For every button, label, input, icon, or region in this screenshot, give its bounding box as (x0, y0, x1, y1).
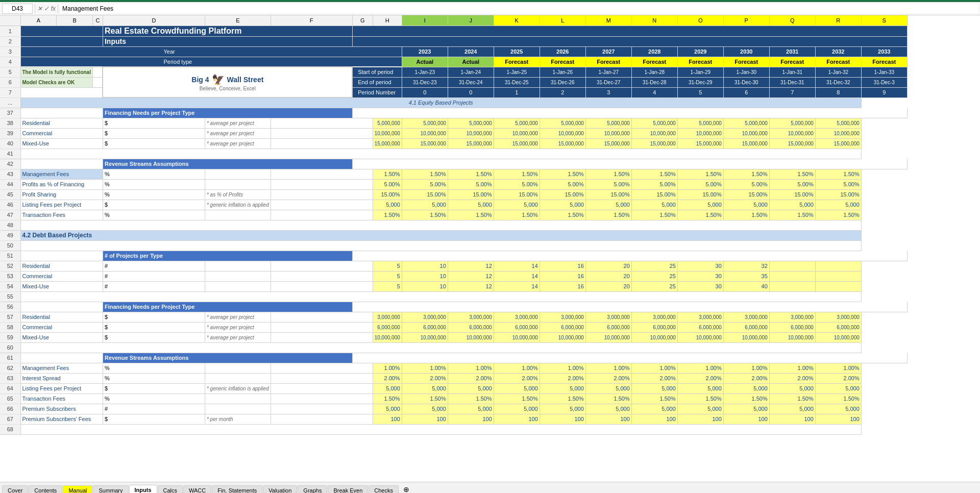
r44-v3[interactable]: 5.00% (448, 179, 494, 189)
r66-v11[interactable]: 5,000 (815, 404, 861, 414)
r67-v10[interactable]: 100 (769, 414, 815, 424)
r44-v2[interactable]: 5.00% (402, 179, 448, 189)
r40-v4[interactable]: 15,000,000 (494, 138, 540, 149)
r62-v1[interactable]: 1.00% (373, 363, 402, 373)
r52-v7[interactable]: 25 (631, 261, 677, 271)
r65-v5[interactable]: 1.50% (540, 393, 585, 404)
r58-v1[interactable]: 6,000,000 (373, 322, 402, 332)
r53-v8[interactable]: 30 (677, 271, 723, 281)
r39-v5[interactable]: 10,000,000 (540, 128, 585, 138)
r65-v6[interactable]: 1.50% (585, 393, 631, 404)
r47-v11[interactable]: 1.50% (815, 210, 861, 220)
r47-v3[interactable]: 1.50% (448, 210, 494, 220)
r66-v9[interactable]: 5,000 (723, 404, 769, 414)
r62-v10[interactable]: 1.00% (769, 363, 815, 373)
r62-v5[interactable]: 1.00% (540, 363, 585, 373)
tab-fin-statements[interactable]: Fin. Statements (212, 485, 262, 493)
r47-v10[interactable]: 1.50% (769, 210, 815, 220)
r40-v6[interactable]: 15,000,000 (585, 138, 631, 149)
r44-v4[interactable]: 5.00% (494, 179, 540, 189)
r44-v7[interactable]: 5.00% (631, 179, 677, 189)
r58-v8[interactable]: 6,000,000 (677, 322, 723, 332)
r53-v6[interactable]: 20 (585, 271, 631, 281)
r40-v11[interactable]: 15,000,000 (815, 138, 861, 149)
r45-v10[interactable]: 15.00% (769, 189, 815, 200)
r66-v1[interactable]: 5,000 (373, 404, 402, 414)
r38-v6[interactable]: 5,000,000 (585, 118, 631, 128)
r57-v8[interactable]: 3,000,000 (677, 312, 723, 322)
r58-v2[interactable]: 6,000,000 (402, 322, 448, 332)
r63-v11[interactable]: 2.00% (815, 373, 861, 383)
r67-v5[interactable]: 100 (540, 414, 585, 424)
r52-v10[interactable] (769, 261, 815, 271)
tab-cover[interactable]: Cover (2, 485, 28, 493)
r39-v11[interactable]: 10,000,000 (815, 128, 861, 138)
tab-calcs[interactable]: Calcs (158, 485, 183, 493)
r52-v4[interactable]: 14 (494, 261, 540, 271)
r65-v10[interactable]: 1.50% (769, 393, 815, 404)
r52-v1[interactable]: 5 (373, 261, 402, 271)
r43-v9[interactable]: 1.50% (723, 169, 769, 179)
r44-v6[interactable]: 5.00% (585, 179, 631, 189)
r43-v8[interactable]: 1.50% (677, 169, 723, 179)
r38-v7[interactable]: 5,000,000 (631, 118, 677, 128)
r39-v9[interactable]: 10,000,000 (723, 128, 769, 138)
r58-v6[interactable]: 6,000,000 (585, 322, 631, 332)
r64-v9[interactable]: 5,000 (723, 383, 769, 393)
r67-v11[interactable]: 100 (815, 414, 861, 424)
r38-v11[interactable]: 5,000,000 (815, 118, 861, 128)
r53-v4[interactable]: 14 (494, 271, 540, 281)
r46-v11[interactable]: 5,000 (815, 200, 861, 210)
r52-v3[interactable]: 12 (448, 261, 494, 271)
r53-v9[interactable]: 35 (723, 271, 769, 281)
r46-v5[interactable]: 5,000 (540, 200, 585, 210)
r57-v4[interactable]: 3,000,000 (494, 312, 540, 322)
r63-v9[interactable]: 2.00% (723, 373, 769, 383)
r43-v4[interactable]: 1.50% (494, 169, 540, 179)
r62-v8[interactable]: 1.00% (677, 363, 723, 373)
r40-v5[interactable]: 15,000,000 (540, 138, 585, 149)
r62-v2[interactable]: 1.00% (402, 363, 448, 373)
r66-v8[interactable]: 5,000 (677, 404, 723, 414)
r59-v2[interactable]: 10,000,000 (402, 332, 448, 342)
r58-v5[interactable]: 6,000,000 (540, 322, 585, 332)
r53-v10[interactable] (769, 271, 815, 281)
r47-v8[interactable]: 1.50% (677, 210, 723, 220)
r39-v1[interactable]: 10,000,000 (373, 128, 402, 138)
r57-v10[interactable]: 3,000,000 (769, 312, 815, 322)
r52-v5[interactable]: 16 (540, 261, 585, 271)
r40-v3[interactable]: 15,000,000 (448, 138, 494, 149)
r54-v6[interactable]: 20 (585, 281, 631, 291)
r64-v2[interactable]: 5,000 (402, 383, 448, 393)
r38-v5[interactable]: 5,000,000 (540, 118, 585, 128)
r57-v5[interactable]: 3,000,000 (540, 312, 585, 322)
r64-v10[interactable]: 5,000 (769, 383, 815, 393)
r59-v9[interactable]: 10,000,000 (723, 332, 769, 342)
r64-v7[interactable]: 5,000 (631, 383, 677, 393)
r57-v2[interactable]: 3,000,000 (402, 312, 448, 322)
r64-v3[interactable]: 5,000 (448, 383, 494, 393)
r59-v11[interactable]: 10,000,000 (815, 332, 861, 342)
r59-v6[interactable]: 10,000,000 (585, 332, 631, 342)
r46-v1[interactable]: 5,000 (373, 200, 402, 210)
r40-v7[interactable]: 15,000,000 (631, 138, 677, 149)
r67-v8[interactable]: 100 (677, 414, 723, 424)
r38-v3[interactable]: 5,000,000 (448, 118, 494, 128)
r45-v4[interactable]: 15.00% (494, 189, 540, 200)
r65-v2[interactable]: 1.50% (402, 393, 448, 404)
r46-v2[interactable]: 5,000 (402, 200, 448, 210)
r53-v2[interactable]: 10 (402, 271, 448, 281)
r66-v5[interactable]: 5,000 (540, 404, 585, 414)
r63-v6[interactable]: 2.00% (585, 373, 631, 383)
r62-v4[interactable]: 1.00% (494, 363, 540, 373)
r53-v11[interactable] (815, 271, 861, 281)
r67-v7[interactable]: 100 (631, 414, 677, 424)
tab-inputs[interactable]: Inputs (129, 485, 157, 493)
r66-v7[interactable]: 5,000 (631, 404, 677, 414)
r58-v10[interactable]: 6,000,000 (769, 322, 815, 332)
r38-v1[interactable]: 5,000,000 (373, 118, 402, 128)
r39-v7[interactable]: 10,000,000 (631, 128, 677, 138)
r65-v3[interactable]: 1.50% (448, 393, 494, 404)
r66-v3[interactable]: 5,000 (448, 404, 494, 414)
r66-v10[interactable]: 5,000 (769, 404, 815, 414)
